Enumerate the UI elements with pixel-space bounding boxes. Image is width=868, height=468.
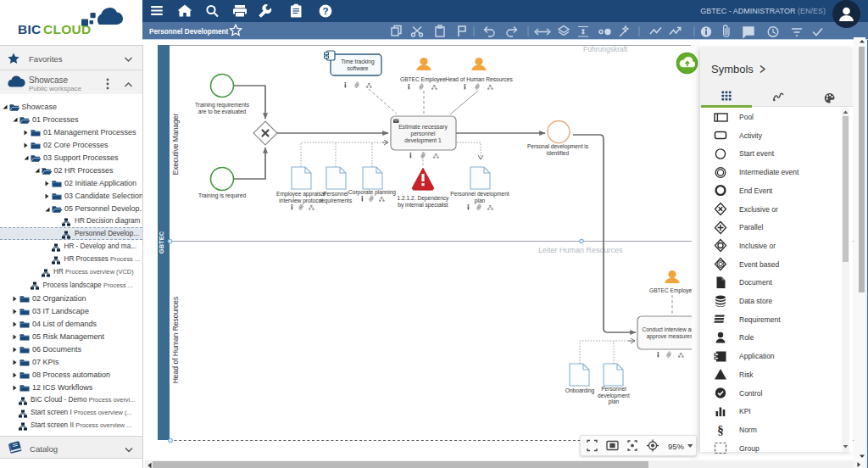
svg-text:BIC: BIC <box>18 22 42 36</box>
svg-text:Leiter Human Resources: Leiter Human Resources <box>538 246 623 254</box>
svg-text:Personnel: Personnel <box>323 191 348 197</box>
svg-text:Head of Human Resources: Head of Human Resources <box>445 76 513 82</box>
svg-text:GBTEC - ADMINISTRATOR (EN/ES): GBTEC - ADMINISTRATOR (EN/ES) <box>700 7 826 15</box>
svg-text:Executive Manager: Executive Manager <box>171 113 180 175</box>
svg-text:identified: identified <box>547 150 570 156</box>
svg-text:interview protocol: interview protocol <box>279 198 323 204</box>
svg-text:Head of Human Resources: Head of Human Resources <box>171 297 180 384</box>
svg-text:Time tracking: Time tracking <box>341 58 375 65</box>
svg-text:Führungskraft: Führungskraft <box>583 45 628 53</box>
svg-text:by internal specialist: by internal specialist <box>398 202 448 209</box>
svg-text:development 1: development 1 <box>404 137 442 144</box>
svg-text:§: § <box>717 423 724 437</box>
svg-text:approve measures: approve measures <box>647 333 693 340</box>
svg-text:GBTEC: GBTEC <box>158 231 165 254</box>
svg-text:Catalog: Catalog <box>30 444 58 454</box>
svg-text:Personnel: Personnel <box>601 386 626 392</box>
svg-text:Conduct interview and: Conduct interview and <box>642 326 698 332</box>
svg-text:personnel: personnel <box>411 131 436 137</box>
svg-text:plan: plan <box>609 398 620 405</box>
svg-text:Training is required: Training is required <box>198 192 247 199</box>
svg-text:Personnel Development: Personnel Development <box>149 28 229 36</box>
svg-text:95%: 95% <box>668 442 685 451</box>
svg-text:requirements: requirements <box>320 198 353 204</box>
svg-text:GBTEC Employee: GBTEC Employee <box>400 76 446 83</box>
svg-text:Public workspace: Public workspace <box>29 85 82 92</box>
svg-text:are to be evaluated: are to be evaluated <box>198 109 247 114</box>
svg-text:?: ? <box>322 6 328 16</box>
svg-text:Showcase: Showcase <box>29 75 69 85</box>
svg-text:Training requirements: Training requirements <box>195 102 250 109</box>
svg-text:Onboarding: Onboarding <box>565 387 595 394</box>
svg-text:Corporate planning: Corporate planning <box>348 189 396 196</box>
svg-text:Favorites: Favorites <box>29 54 63 64</box>
svg-text:Estimate necessary: Estimate necessary <box>398 124 448 131</box>
svg-text:plan: plan <box>475 198 486 204</box>
svg-text:GBTEC Employee: GBTEC Employee <box>649 287 695 294</box>
svg-text:software: software <box>348 65 369 71</box>
